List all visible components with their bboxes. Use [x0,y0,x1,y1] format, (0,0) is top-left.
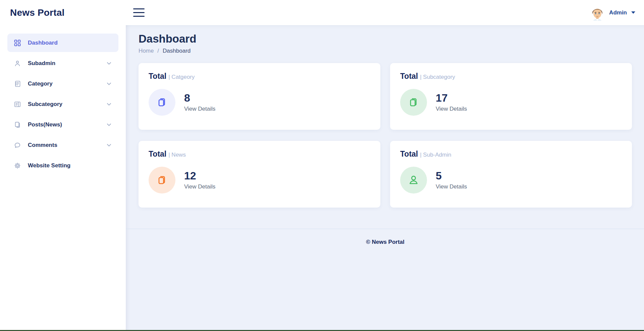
chevron-down-icon [106,122,112,127]
stat-value: 17 [436,92,467,104]
view-details-link[interactable]: View Details [436,106,467,112]
chevron-down-icon [106,102,112,107]
user-menu[interactable]: Admin [589,5,644,21]
brand-logo: News Portal [0,7,126,18]
card-title: Total| News [149,150,370,159]
stat-card-subadmin: Total| Sub-Admin 5 View Details [390,141,632,208]
sidebar-item-posts-news[interactable]: Posts(News) [7,115,118,134]
copy-icon [14,121,21,128]
sidebar-item-label: Website Setting [28,162,70,169]
caret-down-icon [631,11,635,14]
avatar [589,5,605,21]
chevron-down-icon [106,143,112,148]
chat-bubble-icon [14,142,21,149]
sidebar-item-label: Posts(News) [28,121,62,128]
copy-icon [400,89,427,116]
copy-icon [149,89,175,116]
view-details-link[interactable]: View Details [436,183,467,190]
sidebar-item-website-setting[interactable]: Website Setting [7,156,118,175]
grid-icon [14,39,21,47]
sidebar-item-comments[interactable]: Comments [7,136,118,154]
sidebar-item-label: Subcategory [28,101,62,108]
sidebar-item-label: Category [28,80,53,87]
stat-cards-grid: Total| Catgeory 8 View Details Total| Su… [139,63,632,208]
stat-card-subcategory: Total| Subcategory 17 View Details [390,63,632,130]
page-title: Dashboard [139,33,632,45]
stat-value: 12 [184,170,215,182]
sidebar-item-category[interactable]: Category [7,74,118,93]
sidebar-item-subadmin[interactable]: Subadmin [7,54,118,72]
breadcrumb: Home / Dashboard [139,48,632,54]
view-details-link[interactable]: View Details [184,183,215,190]
sidebar-item-subcategory[interactable]: Subcategory [7,95,118,113]
stat-card-news: Total| News 12 View Details [139,141,380,208]
person-icon [14,60,21,67]
copy-icon [149,167,175,194]
hamburger-menu-icon[interactable] [133,7,145,18]
card-title: Total| Catgeory [149,72,370,81]
stat-card-category: Total| Catgeory 8 View Details [139,63,380,130]
journal-list-icon [14,80,21,88]
breadcrumb-separator: / [157,48,159,54]
chevron-down-icon [106,61,112,66]
stat-value: 5 [436,170,467,182]
main-content: Dashboard Home / Dashboard Total| Catgeo… [126,25,644,331]
sidebar-item-dashboard[interactable]: Dashboard [7,34,118,52]
card-subtitle: | News [168,152,186,158]
card-subtitle: | Sub-Admin [420,152,451,158]
layout-icon [14,101,21,108]
card-subtitle: | Subcategory [420,74,455,80]
footer-copyright: © News Portal [139,229,632,255]
chevron-down-icon [106,81,112,87]
sidebar-item-label: Dashboard [28,40,58,46]
sidebar-nav: Dashboard Subadmin Category Subcategory [0,25,126,331]
view-details-link[interactable]: View Details [184,106,215,112]
stat-value: 8 [184,92,215,104]
card-title: Total| Subcategory [400,72,622,81]
breadcrumb-home-link[interactable]: Home [139,48,154,54]
user-name: Admin [609,9,627,16]
card-subtitle: | Catgeory [168,74,195,80]
person-icon [400,167,427,194]
gear-icon [14,162,21,169]
sidebar-item-label: Subadmin [28,60,55,67]
card-title: Total| Sub-Admin [400,150,622,159]
breadcrumb-current: Dashboard [163,48,191,54]
top-header: News Portal Admin [0,0,644,25]
sidebar-item-label: Comments [28,142,57,149]
